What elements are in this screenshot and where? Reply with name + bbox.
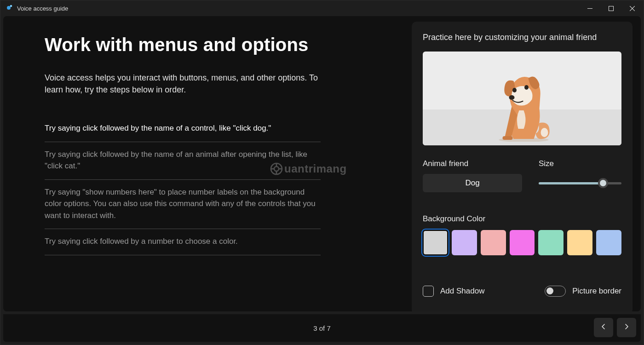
svg-rect-2 — [587, 8, 592, 9]
animal-canvas — [423, 52, 621, 145]
color-swatch-2[interactable] — [452, 230, 477, 255]
instructions-pane: Work with menus and options Voice access… — [9, 22, 405, 306]
picture-border-toggle[interactable] — [545, 286, 566, 297]
picture-border-label: Picture border — [572, 287, 621, 296]
svg-point-8 — [524, 85, 529, 90]
add-shadow-label: Add Shadow — [440, 287, 484, 296]
color-swatch-6[interactable] — [567, 230, 592, 255]
intro-text: Voice access helps you interact with but… — [45, 72, 321, 96]
app-window: Voice access guide Work with menus and o… — [0, 0, 644, 345]
animal-friend-label: Animal friend — [423, 159, 522, 168]
minimize-button[interactable] — [579, 0, 600, 16]
animal-select-value: Dog — [465, 178, 479, 188]
content-area: Work with menus and options Voice access… — [3, 16, 641, 311]
color-swatch-1[interactable] — [423, 230, 448, 255]
practice-title: Practice here by customizing your animal… — [423, 33, 621, 42]
slider-thumb[interactable] — [598, 178, 608, 188]
dog-illustration — [484, 64, 553, 144]
svg-point-7 — [512, 88, 517, 92]
size-group: Size — [539, 159, 621, 192]
titlebar: Voice access guide — [0, 0, 644, 16]
bg-color-group: Background Color — [423, 214, 621, 255]
page-indicator: 3 of 7 — [313, 324, 331, 332]
chevron-right-icon — [623, 323, 630, 332]
toggle-knob — [546, 288, 553, 294]
app-icon — [6, 4, 13, 13]
color-swatch-4[interactable] — [510, 230, 535, 255]
chevron-left-icon — [600, 323, 607, 332]
bottom-controls: Add Shadow Picture border — [423, 286, 621, 297]
picture-border-control: Picture border — [545, 286, 621, 297]
maximize-button[interactable] — [600, 0, 621, 16]
color-swatch-5[interactable] — [538, 230, 564, 255]
step-item: Try saying "show numbers here" to place … — [45, 180, 321, 230]
prev-button[interactable] — [594, 318, 613, 337]
practice-pane: Practice here by customizing your animal… — [412, 22, 635, 306]
color-swatch-7[interactable] — [596, 230, 621, 255]
color-swatches — [423, 230, 621, 255]
close-button[interactable] — [621, 0, 643, 16]
size-label: Size — [539, 159, 621, 168]
bg-color-label: Background Color — [423, 214, 621, 224]
page-heading: Work with menus and options — [45, 34, 400, 55]
titlebar-left: Voice access guide — [6, 4, 68, 13]
add-shadow-control: Add Shadow — [423, 286, 484, 297]
svg-point-9 — [509, 95, 515, 100]
slider-fill — [539, 182, 603, 184]
svg-point-0 — [7, 6, 11, 10]
step-item: Try saying click followed by a number to… — [45, 229, 321, 255]
add-shadow-checkbox[interactable] — [423, 286, 434, 297]
svg-point-5 — [541, 128, 548, 137]
nav-buttons — [594, 318, 636, 337]
svg-rect-3 — [609, 6, 613, 11]
step-item: Try saying click followed by the name of… — [45, 116, 321, 142]
animal-friend-group: Animal friend Dog — [423, 159, 522, 192]
practice-panel: Practice here by customizing your animal… — [412, 22, 632, 311]
color-swatch-3[interactable] — [481, 230, 506, 255]
svg-rect-6 — [503, 136, 513, 140]
steps-list: Try saying click followed by the name of… — [45, 116, 321, 255]
window-controls — [579, 0, 643, 16]
size-slider[interactable] — [539, 178, 621, 188]
controls-row-1: Animal friend Dog Size — [423, 159, 621, 192]
step-item: Try saying click followed by the name of… — [45, 142, 321, 180]
footer: 3 of 7 — [3, 314, 641, 342]
animal-select[interactable]: Dog — [423, 174, 522, 192]
next-button[interactable] — [617, 318, 636, 337]
window-title: Voice access guide — [17, 5, 68, 12]
svg-point-1 — [10, 5, 12, 7]
